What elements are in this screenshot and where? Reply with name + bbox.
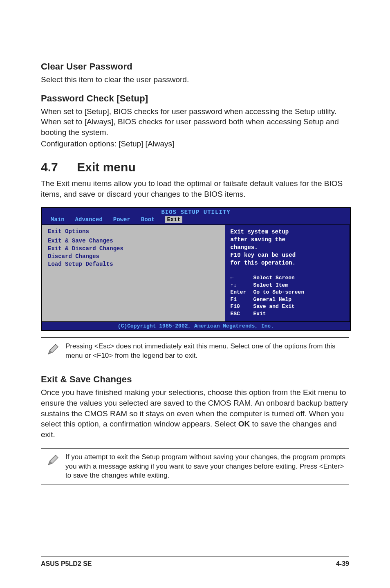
bios-tab-advanced[interactable]: Advanced [75,216,103,223]
bios-hint-line: F10 key can be used [230,251,345,259]
bios-screenshot: BIOS SETUP UTILITY Main Advanced Power B… [41,207,351,331]
note-save-warning: If you attempt to exit the Setup program… [41,448,349,485]
bios-tab-power[interactable]: Power [113,216,130,223]
bios-hint-line: after saving the [230,236,345,244]
bios-tab-exit[interactable]: Exit [165,216,182,223]
bios-legend-val: General Help [253,296,291,303]
note-esc-text: Pressing <Esc> does not immediately exit… [65,342,349,361]
bios-hint-line: changes. [230,244,345,251]
bios-tabs: Main Advanced Power Boot Exit [42,215,350,224]
heading-exit-menu: 4.7 Exit menu [41,160,349,174]
footer-left: ASUS P5LD2 SE [41,560,92,568]
section-title: Exit menu [77,160,135,174]
bios-hint-line: for this operation. [230,259,345,267]
body-exit-save: Once you have finished making your selec… [41,387,349,440]
note-esc: Pressing <Esc> does not immediately exit… [41,337,349,365]
bios-legend-key: ↑↓ [230,282,253,289]
bios-item-load-defaults[interactable]: Load Setup Defaults [48,260,219,268]
note-save-warning-text: If you attempt to exit the Setup program… [65,453,349,481]
heading-clear-password: Clear User Password [41,61,349,72]
bios-legend-key: ← [230,274,253,282]
body-password-check-1: When set to [Setup], BIOS checks for use… [41,106,349,138]
bios-left-pane: Exit Options Exit & Save Changes Exit & … [42,224,225,322]
ok-bold: OK [238,420,250,428]
heading-exit-save: Exit & Save Changes [41,374,349,385]
bios-item-exit-discard[interactable]: Exit & Discard Changes [48,245,219,253]
bios-legend: ←Select Screen ↑↓Select Item EnterGo to … [230,274,345,317]
bios-hint: Exit system setup after saving the chang… [230,228,345,267]
bios-legend-val: Select Item [253,282,288,289]
bios-legend-val: Exit [253,310,266,318]
bios-legend-key: F10 [230,303,253,310]
bios-legend-val: Save and Exit [253,303,294,310]
bios-legend-key: ESC [230,310,253,318]
bios-legend-val: Select Screen [253,274,294,282]
body-password-check-2: Configuration options: [Setup] [Always] [41,139,349,149]
pencil-icon [41,342,65,356]
pencil-icon [41,453,65,467]
body-clear-password: Select this item to clear the user passw… [41,74,349,85]
bios-hint-line: Exit system setup [230,228,345,236]
bios-tab-main[interactable]: Main [51,216,65,223]
heading-password-check: Password Check [Setup] [41,93,349,104]
bios-legend-key: F1 [230,296,253,303]
bios-item-discard[interactable]: Discard Changes [48,253,219,260]
bios-legend-val: Go to Sub-screen [253,289,304,296]
bios-copyright: (C)Copyright 1985-2002, American Megatre… [42,322,350,330]
footer-right: 4-39 [336,560,349,568]
bios-legend-key: Enter [230,289,253,296]
page-footer: ASUS P5LD2 SE 4-39 [41,557,349,568]
page: Clear User Password Select this item to … [0,0,390,588]
bios-right-pane: Exit system setup after saving the chang… [225,224,350,322]
body-exit-menu: The Exit menu items allow you to load th… [41,178,349,199]
bios-title: BIOS SETUP UTILITY [42,208,350,215]
bios-item-exit-save[interactable]: Exit & Save Changes [48,237,219,245]
section-number: 4.7 [41,160,74,174]
bios-exit-options-heading: Exit Options [48,228,219,235]
bios-tab-boot[interactable]: Boot [141,216,155,223]
